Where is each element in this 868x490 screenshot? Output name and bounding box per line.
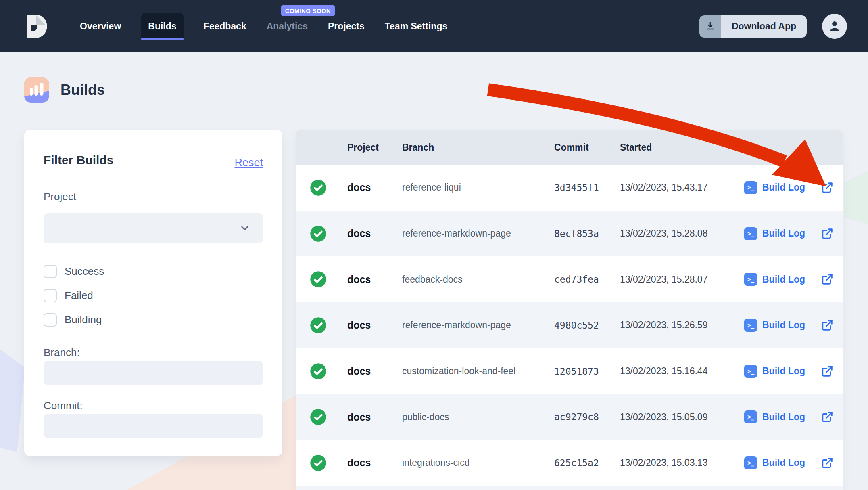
cell-started: 13/02/2023, 15.28.08 xyxy=(620,228,743,239)
app-window: Overview Builds Feedback COMING SOONAnal… xyxy=(0,0,868,490)
partial-next-row xyxy=(296,486,843,490)
col-header-commit: Commit xyxy=(554,142,620,153)
build-log-link[interactable]: >_ Build Log xyxy=(743,365,821,378)
cell-project: docs xyxy=(347,228,402,239)
external-link-icon[interactable] xyxy=(821,457,843,469)
success-status-icon xyxy=(310,454,327,471)
cell-project: docs xyxy=(347,182,402,193)
table-header: Project Branch Commit Started xyxy=(296,130,843,165)
table-row: docs feedback-docs ced73fea 13/02/2023, … xyxy=(296,256,843,302)
table-row: docs integrations-cicd 625c15a2 13/02/20… xyxy=(296,440,843,486)
builds-table: Project Branch Commit Started docs refer… xyxy=(296,130,843,490)
success-status-icon xyxy=(310,363,327,380)
cell-branch: customization-look-and-feel xyxy=(402,366,554,377)
checkbox-building[interactable] xyxy=(44,313,57,327)
table-row: docs reference-markdown-page 4980c552 13… xyxy=(296,302,843,348)
external-link-icon[interactable] xyxy=(821,182,843,194)
external-link-icon[interactable] xyxy=(821,228,843,240)
terminal-icon: >_ xyxy=(744,365,757,378)
chevron-down-icon xyxy=(239,223,250,235)
cell-branch: reference-markdown-page xyxy=(402,228,554,239)
terminal-icon: >_ xyxy=(744,227,757,240)
cell-project: docs xyxy=(347,457,402,469)
cell-commit: 625c15a2 xyxy=(554,458,620,468)
commit-filter-label: Commit: xyxy=(44,400,83,412)
status-filter-success: Success xyxy=(44,265,104,278)
terminal-icon: >_ xyxy=(744,273,757,286)
build-log-link[interactable]: >_ Build Log xyxy=(743,227,821,240)
table-body: docs reference-liqui 3d3455f1 13/02/2023… xyxy=(296,165,843,486)
cell-started: 13/02/2023, 15.05.09 xyxy=(620,412,743,423)
build-log-link[interactable]: >_ Build Log xyxy=(743,319,821,332)
app-logo[interactable] xyxy=(23,14,48,38)
status-filter-group: Success Failed Building xyxy=(44,265,104,327)
terminal-icon: >_ xyxy=(744,456,757,469)
status-filter-building: Building xyxy=(44,313,104,327)
download-app-button[interactable]: Download App xyxy=(699,15,807,38)
cell-project: docs xyxy=(347,274,402,285)
project-select[interactable] xyxy=(44,213,263,243)
cell-branch: public-docs xyxy=(402,412,554,423)
coming-soon-badge: COMING SOON xyxy=(281,5,335,16)
success-status-icon xyxy=(310,271,327,288)
success-status-icon xyxy=(310,179,327,196)
reset-filters-link[interactable]: Reset xyxy=(234,157,263,169)
commit-input[interactable] xyxy=(44,414,263,438)
success-status-icon xyxy=(310,408,327,425)
build-log-link[interactable]: >_ Build Log xyxy=(743,181,821,194)
decor-mint-shape xyxy=(844,171,868,224)
project-filter-label: Project xyxy=(44,191,76,203)
external-link-icon[interactable] xyxy=(821,411,843,423)
cell-project: docs xyxy=(347,319,402,331)
build-log-link[interactable]: >_ Build Log xyxy=(743,456,821,469)
cell-started: 13/02/2023, 15.03.13 xyxy=(620,457,743,468)
cell-branch: reference-markdown-page xyxy=(402,320,554,331)
col-header-branch: Branch xyxy=(402,142,554,153)
nav-item-analytics[interactable]: COMING SOONAnalytics xyxy=(267,0,308,52)
branch-filter-label: Branch: xyxy=(44,346,80,359)
cell-started: 13/02/2023, 15.43.17 xyxy=(620,182,743,193)
branch-input[interactable] xyxy=(44,361,263,385)
checkbox-success[interactable] xyxy=(44,265,57,278)
user-avatar[interactable] xyxy=(822,14,847,39)
page-head: Builds xyxy=(24,77,105,103)
external-link-icon[interactable] xyxy=(821,273,843,285)
terminal-icon: >_ xyxy=(744,410,757,423)
col-header-started: Started xyxy=(620,142,743,153)
nav-item-builds[interactable]: Builds xyxy=(141,13,183,40)
download-app-label: Download App xyxy=(721,15,807,38)
nav-item-team-settings[interactable]: Team Settings xyxy=(385,0,448,52)
cell-project: docs xyxy=(347,411,402,423)
filter-title: Filter Builds xyxy=(44,153,113,167)
cell-started: 13/02/2023, 15.16.44 xyxy=(620,366,743,377)
cell-commit: ced73fea xyxy=(554,274,620,285)
build-log-link[interactable]: >_ Build Log xyxy=(743,273,821,286)
table-row: docs reference-liqui 3d3455f1 13/02/2023… xyxy=(296,165,843,211)
cell-commit: 12051873 xyxy=(554,366,620,377)
checkbox-failed[interactable] xyxy=(44,289,57,302)
download-icon xyxy=(699,15,721,38)
col-header-project: Project xyxy=(347,142,402,153)
table-row: docs reference-markdown-page 8ecf853a 13… xyxy=(296,211,843,257)
nav-items: Overview Builds Feedback COMING SOONAnal… xyxy=(80,0,447,52)
cell-commit: 3d3455f1 xyxy=(554,182,620,193)
decor-lavender-shape xyxy=(0,349,25,452)
build-log-link[interactable]: >_ Build Log xyxy=(743,410,821,423)
terminal-icon: >_ xyxy=(744,181,757,194)
nav-item-overview[interactable]: Overview xyxy=(80,0,121,52)
external-link-icon[interactable] xyxy=(821,365,843,377)
table-row: docs customization-look-and-feel 1205187… xyxy=(296,348,843,394)
builds-page-icon xyxy=(24,77,49,103)
status-filter-failed: Failed xyxy=(44,289,104,302)
nav-item-projects[interactable]: Projects xyxy=(328,0,365,52)
cell-commit: 8ecf853a xyxy=(554,228,620,239)
cell-started: 13/02/2023, 15.28.07 xyxy=(620,274,743,285)
filter-panel: Filter Builds Reset Project Success Fail… xyxy=(24,130,282,456)
nav-item-feedback[interactable]: Feedback xyxy=(204,0,246,52)
success-status-icon xyxy=(310,225,327,242)
cell-branch: reference-liqui xyxy=(402,182,554,193)
external-link-icon[interactable] xyxy=(821,319,843,331)
page-title: Builds xyxy=(61,82,105,98)
cell-branch: integrations-cicd xyxy=(402,457,554,468)
cell-branch: feedback-docs xyxy=(402,274,554,285)
